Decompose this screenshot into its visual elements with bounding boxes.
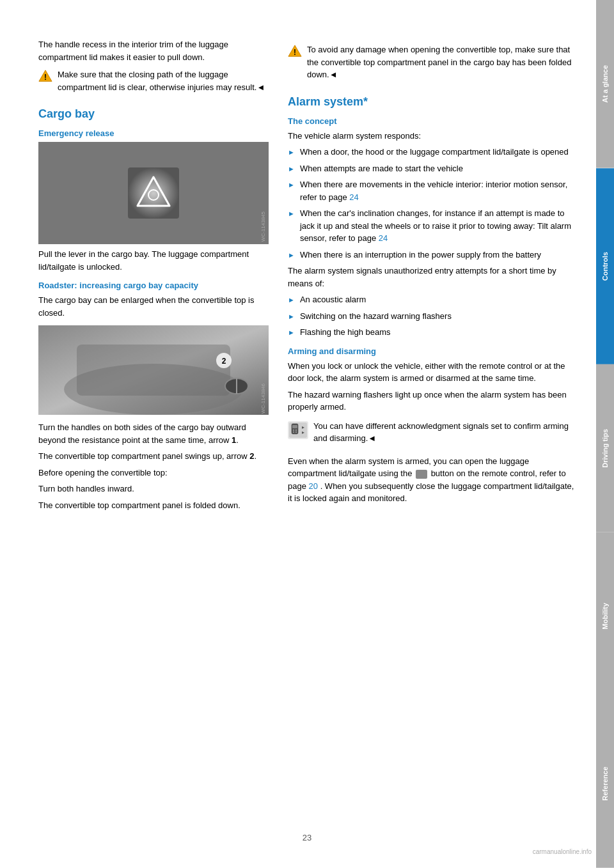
warning-text-1: Make sure that the closing path of the l… [58,68,269,93]
svg-text:!: ! [294,48,296,57]
signals-bullets: ► An acoustic alarm ► Switching on the h… [288,293,577,339]
image-watermark-1: WC-1143845 [260,212,266,242]
bullet-item-3: ► When there are movements in the vehicl… [288,178,577,203]
signal-arrow-3: ► [288,327,295,338]
signal-text-2: Switching on the hazard warning flashers [300,310,452,323]
svg-text:▸: ▸ [302,430,304,435]
roadster-heading: Roadster: increasing cargo bay capacity [38,281,269,290]
signal-item-2: ► Switching on the hazard warning flashe… [288,310,577,323]
bullet-item-4: ► When the car's inclination changes, fo… [288,207,577,245]
note-icon: ▸ ▸ [288,421,308,439]
svg-text:2: 2 [222,357,226,366]
svg-point-17 [293,431,294,433]
sidebar-tab-driving-tips[interactable]: Driving tips [596,364,614,532]
bullet-text-2: When attempts are made to start the vehi… [300,162,463,175]
signal-text-3: Flashing the high beams [300,326,391,339]
remote-button-icon [416,470,427,479]
emergency-release-caption: Pull the lever in the cargo bay. The lug… [38,248,269,273]
roadster-caption1: Turn the handles on both sides of the ca… [38,421,269,446]
warning-text-2: To avoid any damage when opening the con… [307,43,577,81]
svg-text:!: ! [44,73,47,82]
signal-text-1: An acoustic alarm [300,293,366,306]
page-ref-20[interactable]: 20 [309,481,318,491]
emergency-release-heading: Emergency release [38,128,269,138]
sidebar-tab-at-glance[interactable]: At a glance [596,0,614,168]
alarm-system-heading: Alarm system* [288,95,577,109]
signal-arrow-2: ► [288,311,295,322]
image-watermark-2: WC-1143846 [260,384,266,414]
svg-point-18 [295,431,297,433]
svg-point-16 [295,430,297,431]
page-ref-24a[interactable]: 24 [349,192,358,202]
concept-intro: The vehicle alarm system responds: [288,130,577,143]
arrow2-label: 2 [249,451,254,461]
signal-arrow-1: ► [288,295,295,306]
warning-box-2: ! To avoid any damage when opening the c… [288,43,577,85]
roadster-text1: The cargo bay can be enlarged when the c… [38,294,269,319]
arming-text2: The hazard warning flashers light up onc… [288,389,577,414]
warning-box-1: ! Make sure that the closing path of the… [38,68,269,97]
bullet-text-1: When a door, the hood or the luggage com… [300,146,569,159]
step2-text: The convertible top compartment panel is… [38,499,269,512]
cargo-image-2: 2 WC-1143846 [38,325,269,415]
roadster-caption2: The convertible top compartment panel sw… [38,450,269,463]
cargo-image-1: WC-1143845 [38,142,269,244]
sidebar-tab-controls[interactable]: Controls [596,168,614,364]
intro-text: The handle recess in the interior trim o… [38,38,269,63]
bullet-item-5: ► When there is an interruption in the p… [288,249,577,261]
page-number: 23 [303,833,311,842]
signals-intro: The alarm system signals unauthorized en… [288,265,577,290]
signal-item-3: ► Flashing the high beams [288,326,577,339]
concept-subheading: The concept [288,116,577,126]
bullet-arrow-5: ► [288,250,295,261]
sidebar-tab-mobility[interactable]: Mobility [596,532,614,701]
arming-subheading: Arming and disarming [288,346,577,356]
bullet-item-2: ► When attempts are made to start the ve… [288,162,577,175]
svg-point-15 [293,430,294,431]
bullet-arrow-4: ► [288,208,295,219]
warning-icon-1: ! [38,69,52,83]
sidebar: At a glance Controls Driving tips Mobili… [596,0,614,868]
page-ref-24b[interactable]: 24 [379,233,388,243]
bullet-text-5: When there is an interruption in the pow… [300,249,541,261]
warning-icon-2: ! [288,44,302,58]
arrow1-label: 1 [232,435,236,445]
signal-item-1: ► An acoustic alarm [288,293,577,306]
bullet-text-3: When there are movements in the vehicle … [300,178,577,203]
before-opening: Before opening the convertible top: [38,467,269,479]
concept-bullets: ► When a door, the hood or the luggage c… [288,146,577,261]
right-column: ! To avoid any damage when opening the c… [288,38,577,830]
bullet-item-1: ► When a door, the hood or the luggage c… [288,146,577,159]
svg-rect-5 [77,345,230,396]
note-box: ▸ ▸ You can have different acknowledgmen… [288,420,577,449]
arming-text1: When you lock or unlock the vehicle, eit… [288,360,577,385]
watermark: carmanualonline.info [533,848,592,855]
bullet-text-4: When the car's inclination changes, for … [300,207,577,245]
cargo-bay-heading: Cargo bay [38,107,269,121]
sidebar-tab-reference[interactable]: Reference [596,700,614,868]
bullet-arrow-1: ► [288,147,295,158]
svg-rect-14 [292,425,297,428]
bullet-arrow-3: ► [288,180,295,190]
note-text: You can have different acknowledgment si… [313,420,577,445]
bullet-arrow-2: ► [288,164,295,174]
left-column: The handle recess in the interior trim o… [38,38,269,830]
arming-text3: Even when the alarm system is armed, you… [288,455,577,505]
svg-rect-1 [128,167,179,219]
step1-text: Turn both handles inward. [38,483,269,495]
